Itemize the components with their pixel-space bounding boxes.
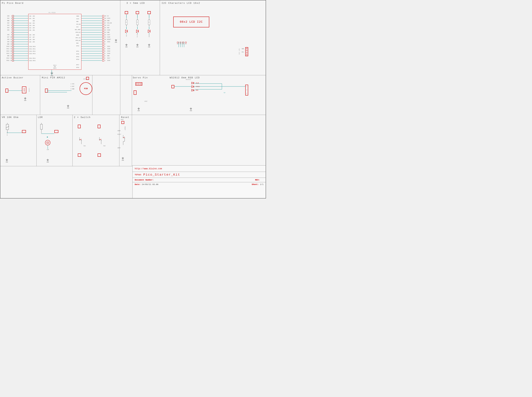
ws2812-title: WS2812 8mm RGB LED [170,76,200,79]
switch-title: 2 × Switch [74,116,91,119]
left-pin-8: 8 [5,31,14,33]
left-pin-15: IO1115 [5,48,14,50]
svg-marker-49 [192,89,194,91]
left-pin-2: IO12 [5,17,14,19]
vdiv2 [160,0,160,75]
svg-marker-22 [148,30,150,33]
pir-circle-symbol: PIR [80,82,92,95]
vdiv6 [36,115,37,166]
svg-marker-41 [192,82,194,84]
lcd-sda-scl: SDA SCL [242,48,244,53]
ws-diodes: BLUE GREEN RED [191,82,200,91]
left-pin-5: IO35 [5,24,14,26]
ws-5v-label: 5V [224,92,225,93]
left-connector: IO01 IO12 GND3 IO24 IO35 IO46 IO57 8 IO6… [5,15,14,62]
reset-gnd-bot: GND [121,157,124,161]
svg-point-69 [45,140,50,145]
reset-num3: 1022 [118,147,120,149]
svg-marker-8 [125,30,128,33]
led-yellow-container: 330 YELLOW GND [136,11,139,48]
footer-doc-label: Document Number: [135,179,154,181]
vdiv1 [120,0,120,115]
led-green-container: 330 GREEN GND [147,11,151,48]
lcd-title: I2C Characters LCD 16x2 [161,2,200,5]
pir-top-connector [86,77,89,80]
schematic-board: Pi Pico Board 3 × 5mm LED I2C Characters… [0,0,266,198]
sw2-symbol: SW2 [97,137,105,147]
pir-title: Mini PIR AM312 [42,76,65,79]
footer-sheet-value: 1/1 [260,183,264,186]
servo-title: Servo Pin [133,76,148,79]
vdiv8 [119,115,119,166]
left-pin-11: IO811 [5,38,14,41]
left-pin-10: IO710 [5,36,14,38]
vr-gnd: GND [5,159,8,163]
ws-red-diode [191,89,195,91]
vr-title: VR 10K Ohm [2,116,19,119]
svg-rect-58 [6,124,9,130]
vr-resistor: VR 10K [5,123,9,134]
led-red-symbol [125,30,128,34]
led-title: 3 × 5mm LED [126,2,145,5]
ldr-junction [47,136,48,138]
reset-num1: 1027 [121,119,124,120]
footer-date-value: 24/05/21 03.06 [142,183,158,186]
lcd-i2c-label: I2C LCD [238,49,240,55]
left-pin-7: IO57 [5,29,14,31]
reset-label3: RESET [118,134,121,135]
sw1-symbol: SW1 [77,137,86,147]
reset-gnd-label: GND [115,39,118,43]
led-connector-red [125,11,128,14]
ic-name-label: P1 PICO [49,12,56,14]
left-pin-13: GND13 [5,43,14,45]
servo-gnd: GND [137,107,140,112]
left-pin-3: GND3 [5,19,14,22]
reset-switch-symbol [121,135,125,146]
svg-line-61 [8,126,9,126]
footer-title-value: Pico_Starter_Kit [143,173,180,177]
pico-board-title: Pi Pico Board [2,2,24,5]
footer-rev-label: REV: [255,179,260,181]
left-pin-4: IO24 [5,22,14,24]
pico-gnd-label: GND [50,72,54,76]
pico-ic-body: IO0 GP0 IO1 GP1 GND IO2 GP2 IO3 GP3 IO4 … [28,14,81,70]
ldr-gnd: GND [46,159,49,163]
left-pin-6: IO46 [5,26,14,29]
led-connector-green [148,11,151,14]
right-connector: 205V 19VSYS 18GND 173V3_EN 163V3 15ADC 1… [102,15,114,62]
led-green-symbol [147,30,151,34]
svg-marker-15 [136,30,138,33]
left-pin-1: IO01 [5,15,14,17]
buzzer-gnd: GND [24,97,27,101]
led-connector-yellow [136,11,139,14]
hdiv2 [0,115,266,115]
left-pin-12: IO912 [5,41,14,43]
lcd-display-box: 08x2 LCD I2C [173,17,209,27]
svg-point-82 [81,140,82,141]
ws-gnd: GND [189,107,192,112]
ldr-component: LDR [45,139,50,150]
left-pin-9: IO69 [5,33,14,36]
vdiv3 [40,75,40,115]
footer-title-label: TITLE: [135,174,142,176]
footer-url: http://www.bluino.com [135,167,162,170]
vdiv7 [72,115,73,166]
left-pin-19: IO1419 [5,57,14,59]
reset-num2: 1026 [118,130,120,131]
ws2812-chip-label: WS2812 [186,79,191,80]
lcd-connector-strip: GND VCA SDA SCL [177,42,187,45]
ldr-resistor: 10K [40,123,43,133]
left-pin-14: IO1014 [5,45,14,48]
footer-date-label: Date: [135,183,141,186]
footer-info-box: http://www.bluino.com TITLE: Pico_Starte… [132,165,266,198]
led-red-container: 330 RED GND [125,11,128,48]
ldr-title: LDR [38,116,43,119]
svg-marker-45 [192,86,194,88]
svg-rect-67 [40,124,43,129]
pir-pins: 1VCC 2OUT 3GND [71,83,74,90]
reset-vert-label: RESET [124,126,126,130]
left-pin-17: IO1317 [5,52,14,55]
left-pin-16: IO1216 [5,50,14,52]
ws-blue-diode [191,82,195,84]
svg-point-92 [124,138,125,138]
